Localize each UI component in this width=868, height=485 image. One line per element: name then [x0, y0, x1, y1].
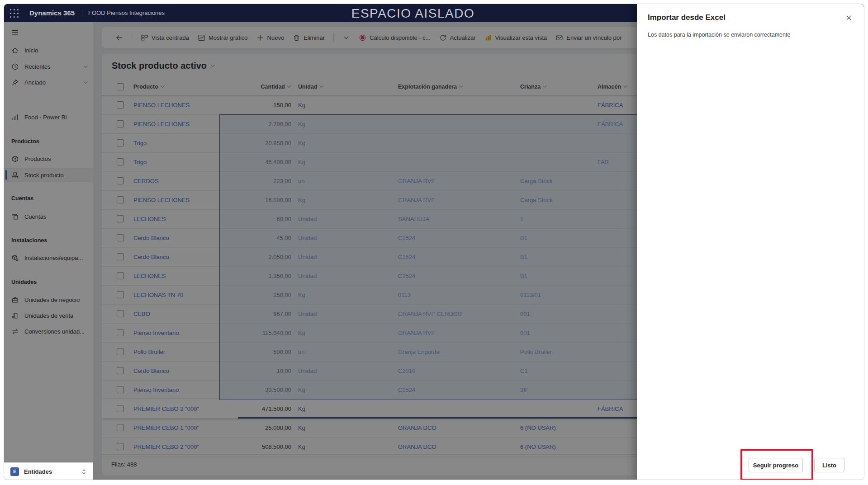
waffle-menu-icon[interactable] [9, 8, 19, 19]
seguir-progreso-button[interactable]: Seguir progreso [749, 458, 803, 472]
entity-badge: E [10, 467, 19, 476]
sandbox-environment-banner: ESPACIO AISLADO [351, 4, 475, 22]
brand-title: Dynamics 365 [29, 4, 75, 22]
app-window: Dynamics 365 FOOD Piensos Integraciones … [4, 4, 864, 480]
screenshot-canvas: Dynamics 365 FOOD Piensos Integraciones … [0, 0, 868, 485]
close-icon[interactable] [843, 12, 854, 23]
panel-title: Importar desde Excel [648, 13, 726, 22]
topbar-divider [82, 9, 82, 17]
listo-button[interactable]: Listo [814, 458, 844, 472]
entity-switcher-label: Entidades [24, 468, 52, 475]
app-name[interactable]: FOOD Piensos Integraciones [88, 4, 165, 22]
switcher-chevrons-icon [81, 469, 87, 475]
panel-status-message: Los datos para la importación se enviaro… [648, 32, 790, 38]
dialog-scrim [4, 22, 637, 480]
import-excel-panel: Importar desde Excel Los datos para la i… [637, 4, 864, 480]
entity-switcher[interactable]: E Entidades [4, 462, 93, 480]
